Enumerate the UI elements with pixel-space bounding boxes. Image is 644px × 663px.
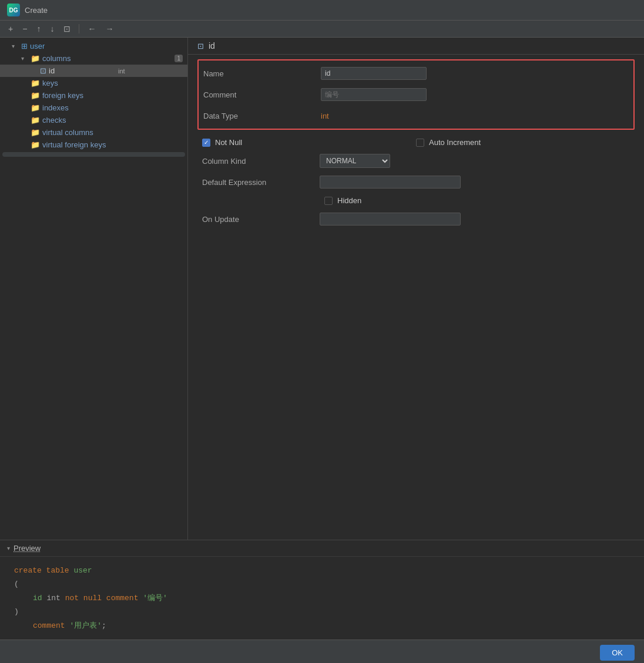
table-icon: ⊞	[21, 42, 28, 51]
preview-section: ▾ Preview create table user ( id int not…	[0, 540, 644, 640]
default-expression-label: Default Expression	[202, 178, 320, 187]
id-type-label: int	[118, 68, 183, 75]
default-expression-row: Default Expression	[197, 171, 635, 193]
folder-icon-chk: 📁	[31, 116, 40, 124]
folder-icon-columns: 📁	[31, 54, 40, 63]
user-label: user	[30, 42, 183, 51]
preview-line-4: )	[14, 605, 630, 618]
remove-button[interactable]: −	[19, 23, 31, 35]
default-expression-input[interactable]	[320, 176, 461, 189]
on-update-row: On Update	[197, 208, 635, 230]
column-kind-select[interactable]: NORMAL	[320, 154, 390, 168]
comment-row: Comment	[199, 84, 633, 105]
sidebar-item-user[interactable]: ▾ ⊞ user	[0, 40, 187, 52]
on-update-label: On Update	[202, 215, 320, 224]
hidden-label: Hidden	[337, 196, 361, 205]
not-null-section: Not Null	[202, 138, 416, 147]
footer: OK	[0, 640, 644, 663]
sidebar-item-columns[interactable]: ▾ 📁 columns 1	[0, 52, 187, 65]
column-kind-row: Column Kind NORMAL	[197, 150, 635, 171]
keys-label: keys	[42, 79, 183, 87]
sidebar-item-foreign-keys[interactable]: 📁 foreign keys	[0, 89, 187, 102]
sidebar-item-virtual-columns[interactable]: 📁 virtual columns	[0, 126, 187, 139]
properties-area: Name Comment Data Type int	[188, 55, 644, 540]
move-down-button[interactable]: ↓	[46, 23, 58, 35]
columns-badge: 1	[175, 55, 183, 62]
preview-line-2: (	[14, 577, 630, 591]
folder-icon-idx: 📁	[31, 103, 40, 112]
sidebar-item-indexes[interactable]: 📁 indexes	[0, 102, 187, 114]
preview-line-1: create table user	[14, 564, 630, 577]
data-type-row: Data Type int	[199, 105, 633, 126]
not-null-row: Not Null Auto Increment	[197, 134, 635, 150]
column-header-icon: ⊡	[197, 42, 204, 51]
sidebar: ▾ ⊞ user ▾ 📁 columns 1 ⊡ id int 📁	[0, 38, 188, 540]
title-bar: DG Create	[0, 0, 644, 21]
auto-increment-section: Auto Increment	[416, 138, 630, 147]
ok-button[interactable]: OK	[600, 645, 635, 661]
name-label: Name	[203, 69, 321, 78]
auto-increment-checkbox[interactable]	[416, 139, 424, 147]
hidden-checkbox[interactable]	[324, 197, 333, 205]
not-null-checkbox[interactable]	[202, 139, 210, 147]
preview-header[interactable]: ▾ Preview	[0, 540, 644, 557]
move-up-button[interactable]: ↑	[33, 23, 44, 35]
hidden-section: Hidden	[202, 196, 630, 205]
id-label: id	[49, 66, 113, 75]
comment-input[interactable]	[321, 88, 427, 101]
virtual-columns-label: virtual columns	[42, 128, 183, 137]
column-kind-label: Column Kind	[202, 157, 320, 166]
copy-button[interactable]: ⊡	[60, 23, 74, 35]
forward-button[interactable]: →	[102, 23, 117, 35]
toolbar: + − ↑ ↓ ⊡ ← →	[0, 21, 644, 38]
on-update-input[interactable]	[320, 213, 461, 226]
sidebar-item-id[interactable]: ⊡ id int	[0, 65, 187, 77]
sidebar-item-virtual-fk[interactable]: 📁 virtual foreign keys	[0, 139, 187, 151]
folder-icon-keys: 📁	[31, 79, 40, 87]
sidebar-item-checks[interactable]: 📁 checks	[0, 114, 187, 126]
preview-arrow-icon: ▾	[7, 545, 10, 551]
hidden-row: Hidden	[197, 193, 635, 208]
sidebar-scrollbar[interactable]	[2, 152, 185, 157]
columns-label: columns	[42, 54, 172, 63]
folder-icon-vfk: 📁	[31, 140, 40, 149]
column-icon-id: ⊡	[40, 66, 46, 75]
add-button[interactable]: +	[5, 23, 16, 35]
toolbar-separator	[79, 24, 79, 33]
name-row: Name	[199, 63, 633, 84]
preview-content: create table user ( id int not null comm…	[0, 557, 644, 640]
data-type-label: Data Type	[203, 112, 321, 120]
column-header: ⊡ id	[188, 38, 644, 55]
main-layout: ▾ ⊞ user ▾ 📁 columns 1 ⊡ id int 📁	[0, 38, 644, 663]
tree-arrow-columns: ▾	[21, 55, 28, 62]
foreign-keys-label: foreign keys	[42, 91, 183, 100]
auto-increment-label: Auto Increment	[429, 138, 481, 147]
indexes-label: indexes	[42, 103, 183, 112]
content-area: ▾ ⊞ user ▾ 📁 columns 1 ⊡ id int 📁	[0, 38, 644, 540]
highlight-box: Name Comment Data Type int	[197, 59, 635, 130]
tree-arrow-user: ▾	[12, 43, 19, 49]
folder-icon-vc: 📁	[31, 128, 40, 137]
folder-icon-fk: 📁	[31, 91, 40, 100]
back-button[interactable]: ←	[84, 23, 99, 35]
virtual-fk-label: virtual foreign keys	[42, 140, 183, 149]
checks-label: checks	[42, 116, 183, 124]
name-input[interactable]	[321, 67, 427, 80]
right-panel: ⊡ id Name Comment	[188, 38, 644, 540]
not-null-label: Not Null	[215, 138, 242, 147]
preview-line-5: comment '用户表';	[14, 619, 630, 632]
preview-header-label: Preview	[14, 544, 41, 553]
sidebar-item-keys[interactable]: 📁 keys	[0, 77, 187, 89]
window-title: Create	[25, 6, 48, 15]
data-type-value: int	[321, 112, 329, 120]
comment-label: Comment	[203, 90, 321, 99]
column-header-title: id	[209, 41, 215, 51]
app-logo: DG	[7, 4, 20, 16]
preview-line-3: id int not null comment '编号'	[14, 591, 630, 605]
